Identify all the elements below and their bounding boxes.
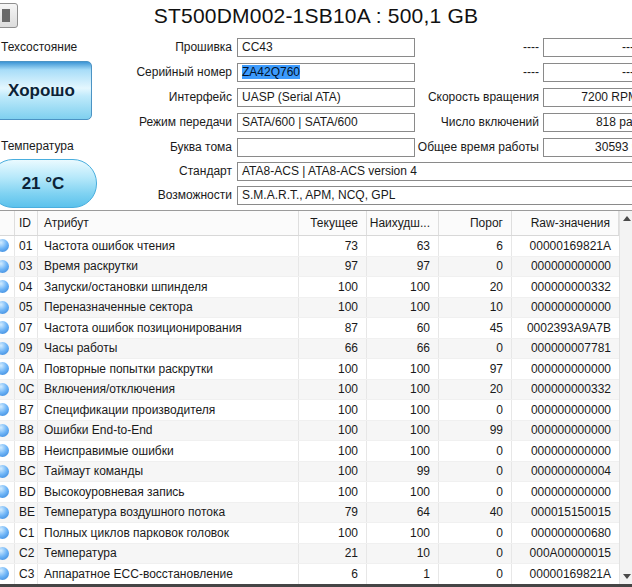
- table-row[interactable]: 09Часы работы66660000000007781: [0, 339, 632, 360]
- status-cell: [0, 462, 15, 482]
- table-row[interactable]: BDВысокоуровневая запись1001000000000000…: [0, 482, 632, 503]
- table-row[interactable]: B8Ошибки End-to-End10010099000000000000: [0, 421, 632, 442]
- cell-thresh: 6: [439, 236, 512, 256]
- status-good-icon: [0, 506, 9, 519]
- table-row[interactable]: BBНеисправимые ошибки1001000000000000000: [0, 441, 632, 462]
- cell-attr: Переназначенные сектора: [38, 298, 299, 318]
- field-value[interactable]: ----: [543, 38, 632, 57]
- status-cell: [0, 503, 15, 523]
- cell-thresh: 0: [439, 482, 512, 502]
- cell-raw: 000000000000: [512, 421, 619, 441]
- cell-worst: 100: [367, 298, 439, 318]
- cell-thresh: 97: [439, 359, 512, 379]
- table-row[interactable]: B7Спецификации производителя100100000000…: [0, 400, 632, 421]
- cell-worst: 100: [367, 277, 439, 297]
- field-value[interactable]: 30593 ч: [543, 138, 632, 157]
- scroll-down-icon[interactable]: [623, 574, 631, 579]
- table-row[interactable]: C3Аппаратное ECC-восстановление610000001…: [0, 564, 632, 585]
- cell-thresh: 0: [439, 462, 512, 482]
- table-row[interactable]: BCТаймаут команды100990000000000004: [0, 462, 632, 483]
- cell-worst: 100: [367, 359, 439, 379]
- cell-attr: Спецификации производителя: [38, 400, 299, 420]
- table-row[interactable]: 05Переназначенные сектора100100100000000…: [0, 298, 632, 319]
- drive-title: ST500DM002-1SB10A : 500,1 GB: [0, 4, 632, 28]
- status-cell: [0, 421, 15, 441]
- status-good-icon: [0, 383, 9, 396]
- cell-cur: 100: [299, 462, 367, 482]
- field-value[interactable]: ATA8-ACS | ATA8-ACS version 4: [237, 162, 632, 181]
- header-threshold[interactable]: Порог: [439, 211, 512, 235]
- field-value[interactable]: 7200 RPM: [543, 88, 632, 107]
- status-cell: [0, 380, 15, 400]
- cell-raw: 000000000004: [512, 462, 619, 482]
- table-row[interactable]: 01Частота ошибок чтения7363600000169821A: [0, 236, 632, 257]
- cell-thresh: 0: [439, 257, 512, 277]
- status-good-icon: [0, 485, 9, 498]
- header-status-column[interactable]: [0, 211, 15, 235]
- header-attribute[interactable]: Атрибут: [38, 211, 299, 235]
- status-good-icon: [0, 526, 9, 539]
- cell-worst: 100: [367, 400, 439, 420]
- field-label: Число включений: [320, 115, 539, 129]
- status-good-icon: [0, 260, 9, 273]
- cell-id: 01: [15, 236, 38, 256]
- cell-worst: 100: [367, 441, 439, 461]
- cell-cur: 100: [299, 523, 367, 543]
- cell-thresh: 0: [439, 339, 512, 359]
- table-row[interactable]: 0AПовторные попытки раскрутки10010097000…: [0, 359, 632, 380]
- scroll-up-icon[interactable]: [623, 216, 631, 221]
- header-id[interactable]: ID: [15, 211, 38, 235]
- vertical-scrollbar[interactable]: [619, 211, 632, 584]
- table-row[interactable]: C1Полных циклов парковок головок10010000…: [0, 523, 632, 544]
- status-cell: [0, 236, 15, 256]
- field-value[interactable]: S.M.A.R.T., APM, NCQ, GPL: [237, 186, 632, 205]
- status-good-icon: [0, 280, 9, 293]
- cell-raw: 000015150015: [512, 503, 619, 523]
- status-good-icon: [0, 239, 9, 252]
- cell-cur: 21: [299, 544, 367, 564]
- cell-id: C2: [15, 544, 38, 564]
- cell-worst: 99: [367, 462, 439, 482]
- cell-cur: 100: [299, 421, 367, 441]
- status-good-icon: [0, 444, 9, 457]
- cell-id: 09: [15, 339, 38, 359]
- cell-id: BB: [15, 441, 38, 461]
- table-row[interactable]: 04Запуски/остановки шпинделя100100200000…: [0, 277, 632, 298]
- table-header[interactable]: ID Атрибут Текущее Наихудш... Порог Raw-…: [0, 211, 632, 236]
- cell-worst: 64: [367, 503, 439, 523]
- cell-raw: 000000000000: [512, 441, 619, 461]
- cell-raw: 0002393A9A7B: [512, 318, 619, 338]
- header-current[interactable]: Текущее: [299, 211, 367, 235]
- header-raw-values[interactable]: Raw-значения: [512, 211, 619, 235]
- table-row[interactable]: BEТемпература воздушного потока796440000…: [0, 503, 632, 524]
- cell-worst: 100: [367, 380, 439, 400]
- header-worst[interactable]: Наихудш...: [367, 211, 439, 235]
- table-row[interactable]: 0CВключения/отключения100100200000000003…: [0, 380, 632, 401]
- status-cell: [0, 400, 15, 420]
- field-label: Возможности: [60, 188, 232, 202]
- cell-raw: 000000000000: [512, 298, 619, 318]
- field-label: ----: [320, 40, 539, 54]
- cell-thresh: 0: [439, 400, 512, 420]
- cell-thresh: 20: [439, 277, 512, 297]
- cell-id: BC: [15, 462, 38, 482]
- field-value[interactable]: 818 раз: [543, 113, 632, 132]
- cell-id: 05: [15, 298, 38, 318]
- status-cell: [0, 318, 15, 338]
- status-good-icon: [0, 362, 9, 375]
- cell-id: BE: [15, 503, 38, 523]
- cell-thresh: 10: [439, 298, 512, 318]
- cell-id: 0C: [15, 380, 38, 400]
- cell-attr: Включения/отключения: [38, 380, 299, 400]
- table-row[interactable]: C2Температура21100000A00000015: [0, 544, 632, 565]
- status-cell: [0, 564, 15, 584]
- cell-attr: Температура воздушного потока: [38, 503, 299, 523]
- table-row[interactable]: 03Время раскрутки97970000000000000: [0, 257, 632, 278]
- field-label: Режим передачи: [60, 115, 232, 129]
- cell-worst: 100: [367, 523, 439, 543]
- cell-attr: Полных циклов парковок головок: [38, 523, 299, 543]
- field-value[interactable]: ----: [543, 63, 632, 82]
- cell-thresh: 0: [439, 544, 512, 564]
- field-label: Буква тома: [60, 140, 232, 154]
- table-row[interactable]: 07Частота ошибок позиционирования8760450…: [0, 318, 632, 339]
